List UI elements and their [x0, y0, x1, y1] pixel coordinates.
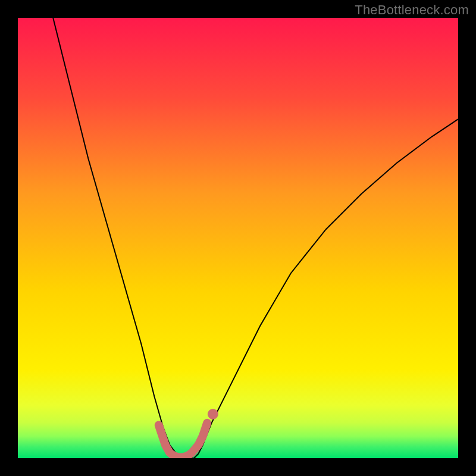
chart-svg [18, 18, 458, 458]
plot-area [18, 18, 458, 458]
watermark-text: TheBottleneck.com [355, 2, 469, 18]
chart-frame: TheBottleneck.com [0, 0, 476, 476]
gradient-background [18, 18, 458, 458]
u-marker-dot [208, 409, 218, 419]
